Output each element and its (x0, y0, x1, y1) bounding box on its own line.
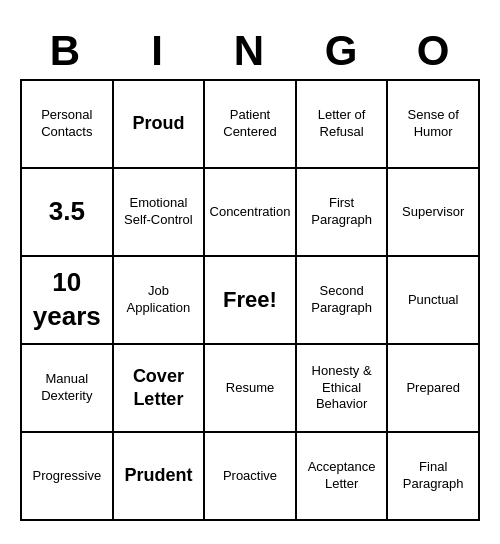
bingo-cell: Letter of Refusal (297, 81, 389, 169)
cell-text: Prepared (406, 380, 459, 397)
cell-text: Acceptance Letter (301, 459, 383, 493)
cell-text: Final Paragraph (392, 459, 474, 493)
cell-text: First Paragraph (301, 195, 383, 229)
bingo-cell: Emotional Self-Control (114, 169, 206, 257)
header-letter: G (296, 23, 388, 79)
cell-text: Emotional Self-Control (118, 195, 200, 229)
bingo-cell: Personal Contacts (22, 81, 114, 169)
bingo-cell: Punctual (388, 257, 480, 345)
cell-text: Cover Letter (118, 365, 200, 412)
bingo-cell: Final Paragraph (388, 433, 480, 521)
bingo-cell: Proactive (205, 433, 297, 521)
bingo-cell: Sense of Humor (388, 81, 480, 169)
bingo-cell: Honesty & Ethical Behavior (297, 345, 389, 433)
cell-text: Concentration (210, 204, 291, 221)
bingo-header: BINGO (20, 23, 480, 79)
header-letter: N (204, 23, 296, 79)
cell-text: 10 years (26, 266, 108, 334)
cell-text: Supervisor (402, 204, 464, 221)
bingo-card: BINGO Personal ContactsProudPatient Cent… (10, 13, 490, 531)
cell-text: Personal Contacts (26, 107, 108, 141)
cell-text: 3.5 (49, 195, 85, 229)
cell-text: Sense of Humor (392, 107, 474, 141)
bingo-cell: Free! (205, 257, 297, 345)
cell-text: Patient Centered (209, 107, 291, 141)
bingo-cell: Concentration (205, 169, 297, 257)
cell-text: Punctual (408, 292, 459, 309)
cell-text: Job Application (118, 283, 200, 317)
bingo-cell: Manual Dexterity (22, 345, 114, 433)
cell-text: Proud (132, 112, 184, 135)
bingo-cell: Acceptance Letter (297, 433, 389, 521)
cell-text: Second Paragraph (301, 283, 383, 317)
cell-text: Proactive (223, 468, 277, 485)
bingo-cell: Cover Letter (114, 345, 206, 433)
cell-text: Resume (226, 380, 274, 397)
header-letter: O (388, 23, 480, 79)
bingo-cell: First Paragraph (297, 169, 389, 257)
bingo-cell: Prepared (388, 345, 480, 433)
header-letter: I (112, 23, 204, 79)
bingo-cell: Prudent (114, 433, 206, 521)
bingo-grid: Personal ContactsProudPatient CenteredLe… (20, 79, 480, 521)
cell-text: Letter of Refusal (301, 107, 383, 141)
bingo-cell: Patient Centered (205, 81, 297, 169)
cell-text: Free! (223, 286, 277, 315)
bingo-cell: Resume (205, 345, 297, 433)
bingo-cell: 3.5 (22, 169, 114, 257)
bingo-cell: Supervisor (388, 169, 480, 257)
header-letter: B (20, 23, 112, 79)
bingo-cell: Second Paragraph (297, 257, 389, 345)
bingo-cell: 10 years (22, 257, 114, 345)
cell-text: Prudent (124, 464, 192, 487)
cell-text: Honesty & Ethical Behavior (301, 363, 383, 414)
cell-text: Manual Dexterity (26, 371, 108, 405)
bingo-cell: Proud (114, 81, 206, 169)
cell-text: Progressive (32, 468, 101, 485)
bingo-cell: Job Application (114, 257, 206, 345)
bingo-cell: Progressive (22, 433, 114, 521)
